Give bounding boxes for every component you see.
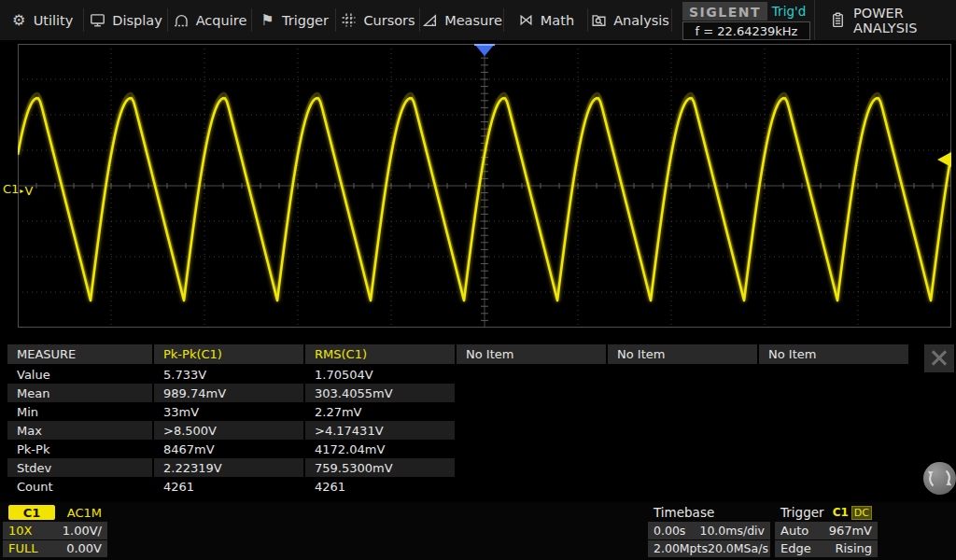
channel-offset-marker[interactable]: C1▸V: [3, 180, 33, 198]
menu-utility[interactable]: ⚙ Utility: [0, 0, 84, 40]
trigger-level: 967mV: [829, 524, 872, 538]
measure-row-value: Value 5.733V 1.70504V: [7, 365, 910, 384]
measure-row-pkpk: Pk-Pk 8467mV 4172.04mV: [7, 440, 910, 458]
circular-arrows-icon: [923, 462, 956, 495]
menu-trigger-label: Trigger: [282, 13, 329, 28]
trigger-type: Edge: [780, 541, 811, 555]
measure-header-row: MEASURE Pk-Pk(C1) RMS(C1) No Item No Ite…: [7, 344, 910, 364]
trigger-descriptor[interactable]: Trigger C1 DC Auto 967mV Edge Rising: [775, 504, 878, 557]
trigger-level-marker[interactable]: [937, 152, 951, 167]
history-refresh-knob[interactable]: [923, 462, 956, 495]
power-analysis-label: POWER ANALYSIS: [853, 6, 956, 35]
row-value: 8467mV: [154, 440, 303, 458]
measure-col-rms[interactable]: RMS(C1): [305, 344, 455, 364]
menu-analysis-label: Analysis: [613, 13, 669, 28]
menu-acquire-label: Acquire: [196, 13, 247, 28]
channel1-probe: 10X: [8, 524, 32, 538]
flag-icon: ⚑: [260, 12, 275, 28]
row-value: 33mV: [154, 402, 303, 421]
measure-title: MEASURE: [7, 344, 152, 364]
row-label: Count: [7, 477, 152, 496]
channel1-scale: 1.00V/: [63, 524, 102, 538]
menu-analysis[interactable]: Analysis: [588, 0, 672, 40]
measure-icon: [422, 12, 438, 28]
top-menu-bar: ⚙ Utility Display Acquire ⚑ Trigger: [0, 0, 956, 40]
row-value: 303.4055mV: [305, 384, 455, 402]
channel1-descriptor[interactable]: C1 AC1M 10X 1.00V/ FULL 0.00V: [3, 504, 107, 557]
timebase-memory: 2.00Mpts: [654, 541, 708, 555]
row-label: Max: [7, 421, 152, 440]
row-value: 2.22319V: [154, 458, 303, 477]
trigger-position-marker[interactable]: [474, 44, 495, 56]
menu-power-analysis[interactable]: POWER ANALYSIS: [814, 0, 956, 40]
measure-close-button[interactable]: [924, 344, 954, 372]
row-value: 989.74mV: [154, 384, 303, 402]
row-value: 4172.04mV: [305, 440, 455, 458]
timebase-descriptor[interactable]: Timebase 0.00s 10.0ms/div 2.00Mpts 20.0M…: [648, 504, 770, 557]
row-label: Mean: [7, 384, 152, 402]
row-label: Pk-Pk: [7, 440, 152, 458]
measure-row-min: Min 33mV 2.27mV: [7, 402, 910, 421]
row-value: >8.500V: [154, 421, 303, 440]
frequency-counter: f = 22.64239kHz: [682, 21, 810, 40]
measure-row-mean: Mean 989.74mV 303.4055mV: [7, 384, 910, 402]
trigger-title: Trigger: [780, 505, 824, 520]
trigger-slope: Rising: [835, 541, 872, 555]
measure-row-count: Count 4261 4261: [7, 477, 910, 496]
scope-graticule: [18, 44, 951, 328]
monitor-icon: [90, 12, 105, 28]
row-value: 4261: [154, 477, 303, 496]
channel-marker-label: C1: [3, 182, 19, 196]
timebase-scale: 10.0ms/div: [699, 524, 765, 538]
menu-display[interactable]: Display: [84, 0, 168, 40]
gear-icon: ⚙: [11, 12, 27, 28]
menu-trigger[interactable]: ⚑ Trigger: [252, 0, 336, 40]
row-label: Stdev: [7, 458, 152, 477]
math-icon: [518, 12, 534, 28]
channel1-offset: 0.00V: [66, 541, 102, 555]
timebase-samplerate: 20.0MSa/s: [708, 541, 768, 555]
bottom-status-bar: C1 AC1M 10X 1.00V/ FULL 0.00V Timebase 0…: [0, 502, 956, 560]
channel1-coupling: AC1M: [67, 506, 102, 520]
acquire-icon: [174, 12, 190, 28]
row-value: 4261: [305, 477, 455, 496]
row-value: 5.733V: [154, 365, 303, 384]
oscilloscope-screen: ⚙ Utility Display Acquire ⚑ Trigger: [0, 0, 956, 560]
menu-measure-label: Measure: [444, 13, 502, 28]
menu-cursors-label: Cursors: [363, 13, 415, 28]
analysis-icon: [591, 12, 607, 28]
measure-col-pkpk[interactable]: Pk-Pk(C1): [154, 344, 303, 364]
menu-measure[interactable]: Measure: [420, 0, 504, 40]
cursors-icon: [341, 12, 357, 28]
menu-math-label: Math: [541, 13, 574, 28]
waveform-display[interactable]: [18, 44, 951, 328]
channel1-badge: C1: [8, 505, 55, 520]
timebase-delay: 0.00s: [654, 524, 685, 538]
siglent-logo: SIGLENT: [682, 2, 767, 21]
measure-row-max: Max >8.500V >4.17431V: [7, 421, 910, 440]
measure-col-noitem-2[interactable]: No Item: [608, 344, 757, 364]
measure-row-stdev: Stdev 2.22319V 759.5300mV: [7, 458, 910, 477]
timebase-title: Timebase: [654, 505, 714, 520]
row-value: >4.17431V: [305, 421, 455, 440]
menu-display-label: Display: [112, 13, 162, 28]
trigger-mode: Auto: [780, 524, 808, 538]
measure-table: MEASURE Pk-Pk(C1) RMS(C1) No Item No Ite…: [7, 344, 910, 496]
row-value: 2.27mV: [305, 402, 455, 421]
menu-utility-label: Utility: [34, 13, 74, 28]
measure-col-noitem-1[interactable]: No Item: [457, 344, 606, 364]
row-value: 1.70504V: [305, 365, 455, 384]
trigger-source: C1: [833, 506, 849, 519]
row-label: Value: [7, 365, 152, 384]
menu-cursors[interactable]: Cursors: [336, 0, 420, 40]
measure-col-noitem-3[interactable]: No Item: [759, 344, 908, 364]
trigger-coupling: DC: [851, 506, 872, 520]
row-label: Min: [7, 402, 152, 421]
brand-status-block: SIGLENT Trig'd f = 22.64239kHz: [682, 2, 810, 39]
channel-marker-unit: V: [24, 184, 33, 198]
menu-math[interactable]: Math: [504, 0, 588, 40]
menu-acquire[interactable]: Acquire: [168, 0, 252, 40]
trigger-status-badge: Trig'd: [767, 2, 810, 21]
clipboard-icon: [830, 12, 846, 28]
channel1-bandwidth: FULL: [8, 541, 37, 555]
